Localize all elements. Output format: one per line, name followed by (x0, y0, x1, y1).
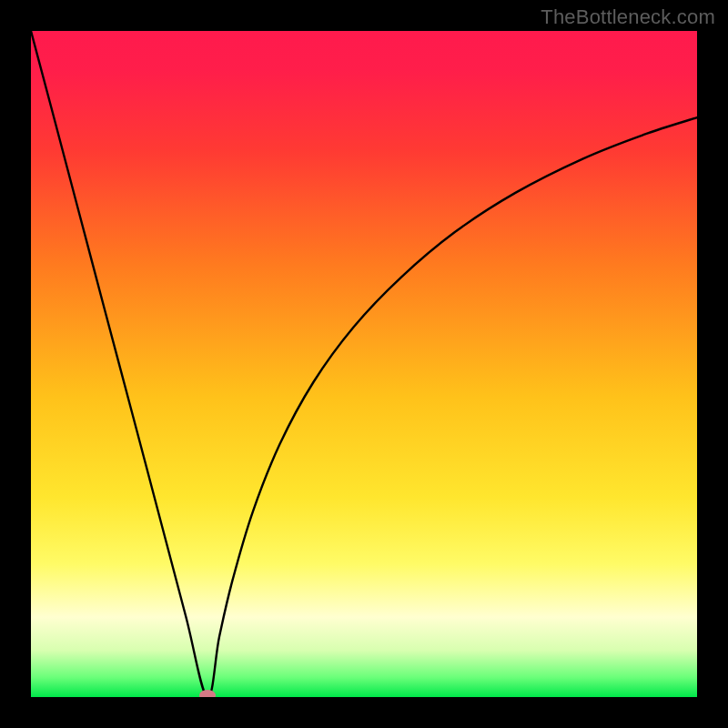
plot-area (31, 31, 697, 697)
chart-frame: TheBottleneck.com (0, 0, 728, 728)
bottleneck-curve (31, 31, 697, 697)
watermark-label: TheBottleneck.com (541, 5, 715, 29)
